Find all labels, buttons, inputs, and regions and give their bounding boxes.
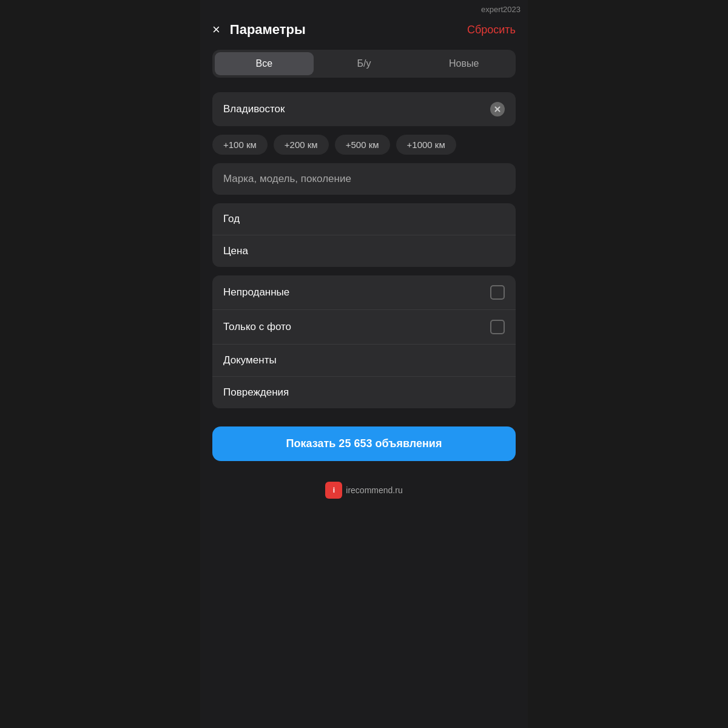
chip-500km[interactable]: +500 км [335,135,390,155]
distance-chips: +100 км +200 км +500 км +1000 км [212,135,516,155]
watermark: expert2023 [481,5,521,14]
page-title: Параметры [230,22,306,38]
unsold-label: Непроданные [223,286,289,298]
documents-filter[interactable]: Документы [212,344,516,376]
tab-used[interactable]: Б/у [315,52,414,75]
tabs-container: Все Б/у Новые [200,50,528,92]
tab-all[interactable]: Все [215,52,314,75]
unsold-filter[interactable]: Непроданные [212,275,516,309]
show-button-container: Показать 25 653 объявления [200,417,528,476]
city-field[interactable]: Владивосток [212,92,516,126]
recommend-icon: i [325,482,342,499]
make-model-field[interactable]: Марка, модель, поколение [212,163,516,195]
make-model-placeholder: Марка, модель, поколение [223,173,351,185]
tab-new[interactable]: Новые [414,52,513,75]
filter-options-group: Непроданные Только с фото Документы Повр… [212,275,516,408]
damages-label: Повреждения [223,386,289,399]
with-photo-filter[interactable]: Только с фото [212,309,516,344]
show-results-button[interactable]: Показать 25 653 объявления [212,426,516,461]
with-photo-label: Только с фото [223,321,291,333]
chip-200km[interactable]: +200 км [274,135,329,155]
close-button[interactable]: × [212,23,220,36]
chip-1000km[interactable]: +1000 км [396,135,456,155]
damages-filter[interactable]: Повреждения [212,376,516,408]
clear-city-button[interactable] [490,102,505,116]
recommend-logo: i irecommend.ru [325,482,402,499]
reset-button[interactable]: Сбросить [467,24,516,36]
price-field[interactable]: Цена [212,235,516,267]
documents-label: Документы [223,354,277,366]
year-price-group: Год Цена [212,203,516,267]
year-field[interactable]: Год [212,203,516,235]
price-label: Цена [223,245,248,257]
unsold-checkbox[interactable] [490,285,505,300]
year-label: Год [223,213,240,225]
chip-100km[interactable]: +100 км [212,135,268,155]
recommend-text: irecommend.ru [346,485,402,495]
with-photo-checkbox[interactable] [490,320,505,334]
city-value: Владивосток [223,103,285,115]
header: × Параметры Сбросить [200,12,528,50]
bottom-bar: i irecommend.ru [200,476,528,511]
